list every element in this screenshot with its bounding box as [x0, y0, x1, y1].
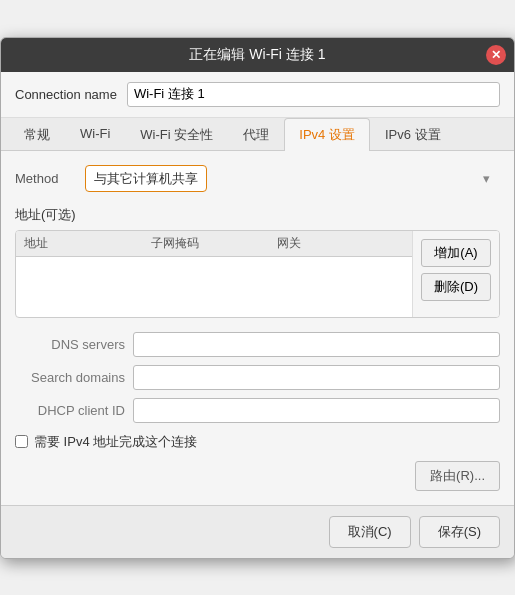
- method-label: Method: [15, 171, 75, 186]
- dhcp-row: DHCP client ID: [15, 398, 500, 423]
- connection-name-input[interactable]: [127, 82, 500, 107]
- address-section-label: 地址(可选): [15, 206, 500, 224]
- tab-general[interactable]: 常规: [9, 118, 65, 151]
- add-address-button[interactable]: 增加(A): [421, 239, 491, 267]
- cancel-button[interactable]: 取消(C): [329, 516, 411, 548]
- connection-name-label: Connection name: [15, 87, 117, 102]
- tab-wifi-security[interactable]: Wi-Fi 安全性: [125, 118, 228, 151]
- dns-label: DNS servers: [15, 337, 125, 352]
- connection-name-row: Connection name: [1, 72, 514, 118]
- dns-row: DNS servers: [15, 332, 500, 357]
- address-section: 地址 子网掩码 网关 增加(A) 删除(D): [15, 230, 500, 318]
- dialog: 正在编辑 Wi-Fi 连接 1 ✕ Connection name 常规 Wi-…: [0, 37, 515, 559]
- tab-wifi[interactable]: Wi-Fi: [65, 118, 125, 151]
- tab-proxy[interactable]: 代理: [228, 118, 284, 151]
- tab-bar: 常规 Wi-Fi Wi-Fi 安全性 代理 IPv4 设置 IPv6 设置: [1, 118, 514, 151]
- address-list: [16, 257, 412, 317]
- dialog-title: 正在编辑 Wi-Fi 连接 1: [189, 46, 325, 64]
- address-col-addr: 地址: [24, 235, 151, 252]
- save-button[interactable]: 保存(S): [419, 516, 500, 548]
- address-col-gw: 网关: [277, 235, 404, 252]
- titlebar: 正在编辑 Wi-Fi 连接 1 ✕: [1, 38, 514, 72]
- content-area: Method 与其它计算机共享 地址(可选) 地址 子网掩码 网关: [1, 151, 514, 505]
- address-body: 地址 子网掩码 网关 增加(A) 删除(D): [16, 231, 499, 317]
- tab-ipv4[interactable]: IPv4 设置: [284, 118, 370, 151]
- bottom-bar: 取消(C) 保存(S): [1, 505, 514, 558]
- search-input[interactable]: [133, 365, 500, 390]
- dns-input[interactable]: [133, 332, 500, 357]
- ipv4-required-checkbox[interactable]: [15, 435, 28, 448]
- checkbox-label: 需要 IPv4 地址完成这个连接: [34, 433, 197, 451]
- address-list-area: 地址 子网掩码 网关: [16, 231, 412, 317]
- checkbox-row: 需要 IPv4 地址完成这个连接: [15, 433, 500, 451]
- route-button[interactable]: 路由(R)...: [415, 461, 500, 491]
- dhcp-input[interactable]: [133, 398, 500, 423]
- address-header: 地址 子网掩码 网关: [16, 231, 412, 257]
- dhcp-label: DHCP client ID: [15, 403, 125, 418]
- method-row: Method 与其它计算机共享: [15, 165, 500, 192]
- delete-address-button[interactable]: 删除(D): [421, 273, 491, 301]
- close-button[interactable]: ✕: [486, 45, 506, 65]
- method-select-wrapper: 与其它计算机共享: [85, 165, 500, 192]
- search-row: Search domains: [15, 365, 500, 390]
- route-row: 路由(R)...: [15, 461, 500, 491]
- method-select[interactable]: 与其它计算机共享: [85, 165, 207, 192]
- address-col-mask: 子网掩码: [151, 235, 278, 252]
- address-section-label-wrap: 地址(可选): [15, 206, 500, 224]
- search-label: Search domains: [15, 370, 125, 385]
- address-buttons: 增加(A) 删除(D): [412, 231, 499, 317]
- tab-ipv6[interactable]: IPv6 设置: [370, 118, 456, 151]
